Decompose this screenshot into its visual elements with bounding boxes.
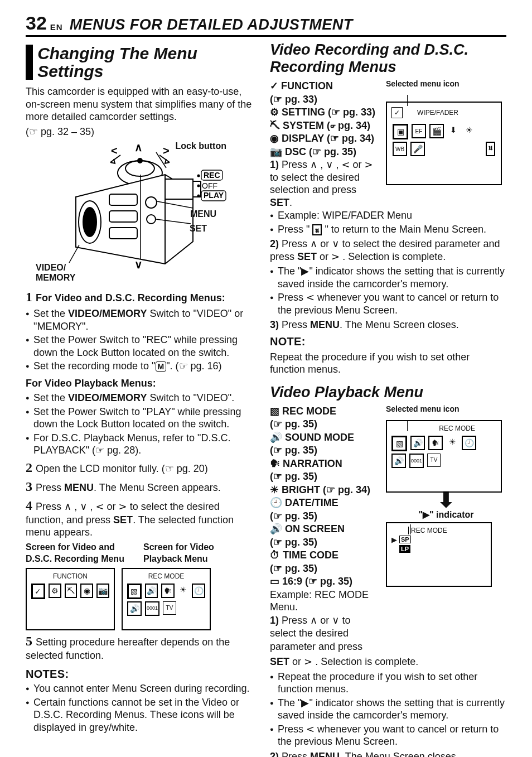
b-example: Example: REC MODE Menu. bbox=[270, 589, 381, 614]
dsc-icon: 📷 bbox=[96, 584, 109, 598]
menu-setting: ⚙ SETTING (☞ pg. 33) bbox=[270, 106, 381, 119]
timecode-icon: 0001 bbox=[409, 454, 424, 468]
function-icon: ✓ bbox=[31, 584, 45, 599]
recmode-icon: ▧ bbox=[127, 584, 142, 599]
menu-rec-mode-ref: (☞ pg. 35) bbox=[270, 418, 381, 431]
svg-point-8 bbox=[83, 208, 96, 237]
svg-rect-9 bbox=[165, 179, 193, 199]
lcd-title: FUNCTION bbox=[30, 572, 110, 580]
sound-icon: 🔊 bbox=[410, 436, 425, 450]
lcd-indicator-title: REC MODE bbox=[408, 527, 486, 534]
step-5: 5Setting procedure hereafter depends on … bbox=[26, 633, 254, 662]
wipe-icon-ef: EF bbox=[412, 124, 426, 138]
playback-menus-title: For Video Playback Menus: bbox=[26, 377, 254, 390]
wipe-icon-1: ▣ bbox=[393, 124, 408, 139]
a-step2: 2) Press ∧ or ∨ to select the desired pa… bbox=[270, 238, 506, 263]
menu-on-screen-ref: (☞ pg. 35) bbox=[270, 536, 381, 549]
selected-icon-label: Selected menu icon bbox=[386, 79, 506, 88]
page-header: 32 EN MENUS FOR DETAILED ADJUSTMENT bbox=[26, 12, 506, 37]
step-1-heading: 1For Video and D.S.C. Recording Menus: bbox=[26, 288, 254, 305]
lcd-title: REC MODE bbox=[126, 572, 206, 580]
svg-point-24 bbox=[197, 185, 200, 187]
svg-text:∨: ∨ bbox=[134, 258, 143, 271]
narration-icon: 🗣 bbox=[428, 436, 443, 450]
svg-point-21 bbox=[197, 175, 200, 177]
svg-text:<: < bbox=[111, 144, 118, 157]
function-icon: ✓ bbox=[391, 107, 403, 118]
svg-text:REC: REC bbox=[204, 171, 220, 180]
lang-code: EN bbox=[50, 22, 63, 34]
intro-text: This camcorder is equipped with an easy-… bbox=[26, 85, 254, 123]
b-indicator-bullet: The "▶" indicator shows the setting that… bbox=[270, 697, 506, 722]
svg-text:>: > bbox=[163, 144, 170, 157]
b-step1-line3: parameter and press bbox=[270, 640, 381, 653]
playback-bullet: For D.S.C. Playback Menus, refer to "D.S… bbox=[26, 432, 254, 457]
lcd-recmode: REC MODE ▧ 🔊 🗣 ☀ 🕘 🔊 0001 bbox=[386, 420, 502, 493]
lp-label: LP bbox=[399, 545, 410, 553]
tv-icon: TV bbox=[163, 601, 176, 615]
svg-line-19 bbox=[69, 245, 79, 263]
triangle-indicator-icon: ▶ bbox=[391, 536, 397, 544]
section-heading-video-playback: Video Playback Menu bbox=[270, 384, 506, 401]
menu-sound-mode-ref: (☞ pg. 35) bbox=[270, 444, 381, 457]
menu-on-screen: 🔊 ON SCREEN bbox=[270, 523, 381, 536]
menu-function: ✓ FUNCTION bbox=[270, 80, 381, 93]
b-cancel-bullet: Press < whenever you want to cancel or r… bbox=[270, 723, 506, 748]
menu-rec-mode: ▧ REC MODE bbox=[270, 405, 381, 418]
datetime-icon: 🕘 bbox=[462, 436, 476, 450]
notes-heading: NOTES: bbox=[26, 667, 254, 681]
video-memory-label: VIDEO/ MEMORY bbox=[36, 263, 75, 283]
sound-icon: 🔊 bbox=[145, 584, 158, 598]
svg-point-0 bbox=[138, 158, 142, 163]
menu-date-time: 🕘 DATE/TIME bbox=[270, 496, 381, 509]
a-indicator-bullet: The "▶" indicator shows the setting that… bbox=[270, 265, 506, 290]
menu-system: ⛏ SYSTEM (☞ pg. 34) bbox=[270, 119, 381, 132]
lcd-indicator: REC MODE ▶ SP LP bbox=[386, 522, 492, 587]
note-bullet: You cannot enter Menu Screen during reco… bbox=[26, 682, 254, 695]
narration-icon: 🗣 bbox=[161, 584, 175, 598]
note-heading: NOTE: bbox=[270, 335, 506, 349]
recmode-icon: ▧ bbox=[391, 436, 407, 451]
wipe-icon-film: 🎬 bbox=[429, 124, 444, 138]
page-number: 32 bbox=[26, 12, 47, 34]
lcd-screen-playback: REC MODE ▧ 🔊 🗣 ☀ 🕘 🔊 0001 TV bbox=[122, 568, 211, 630]
lcd-wipefader: ✓ WIPE/FADER ▣ EF 🎬 ⬇ ☀ WB bbox=[386, 102, 502, 185]
svg-text:PLAY: PLAY bbox=[204, 191, 224, 200]
bright-icon: ☀ bbox=[178, 584, 189, 596]
arrow-down-icon: ⬇ bbox=[386, 493, 506, 507]
note-text: Repeat the procedure if you wish to set … bbox=[270, 351, 506, 376]
wb-icon: WB bbox=[393, 142, 407, 156]
section-heading-changing: Changing The Menu Settings bbox=[26, 45, 254, 80]
screen-caption-left: Screen for Video and D.S.C. Recording Me… bbox=[26, 542, 124, 563]
datetime-icon: 🕘 bbox=[192, 584, 205, 598]
intro-page-ref: (☞ pg. 32 – 35) bbox=[26, 126, 254, 138]
return-icon: 𝖚 bbox=[486, 142, 495, 156]
system-icon: ⛏ bbox=[65, 584, 78, 598]
wipe-icon-sun: ☀ bbox=[463, 124, 475, 136]
step1-bullet: Set the VIDEO/MEMORY Switch to "VIDEO" o… bbox=[26, 307, 254, 332]
section-heading-recording-menus: Video Recording and D.S.C. Recording Men… bbox=[270, 41, 506, 76]
a-step1: 1) Press ∧ , ∨ , < or > to select the de… bbox=[270, 158, 381, 209]
menu-label: MENU bbox=[190, 209, 216, 219]
a-step3: 3) Press MENU. The Menu Screen closes. bbox=[270, 319, 506, 331]
onscreen-icon: 🔊 bbox=[391, 454, 406, 468]
set-label: SET bbox=[190, 224, 207, 234]
menu-16-9: ▭ 16:9 (☞ pg. 35) bbox=[270, 575, 381, 588]
b-step1-line1: 1) Press ∧ or ∨ to bbox=[270, 614, 381, 627]
menu-narration: 🗣 NARRATION bbox=[270, 457, 381, 470]
menu-dsc: 📷 DSC (☞ pg. 35) bbox=[270, 146, 381, 158]
svg-rect-15 bbox=[109, 228, 137, 239]
selected-icon-label: Selected menu icon bbox=[386, 404, 506, 413]
b-step1-line2: select the desired bbox=[270, 627, 381, 640]
menu-bright: ☀ BRIGHT (☞ pg. 34) bbox=[270, 484, 381, 496]
tv-icon: TV bbox=[427, 454, 441, 467]
svg-point-11 bbox=[146, 197, 157, 208]
step-2: 2Open the LCD monitor fully. (☞ pg. 20) bbox=[26, 459, 254, 476]
step1-bullet: Set the Power Switch to "REC" while pres… bbox=[26, 334, 254, 359]
b-step2: 2) Press MENU. The Menu Screen closes. bbox=[270, 750, 506, 758]
timecode-icon: 0001 bbox=[145, 601, 159, 616]
step1-bullet: Set the recording mode to "M". (☞ pg. 16… bbox=[26, 360, 254, 373]
lcd-screen-recording: FUNCTION ✓ ⚙ ⛏ ◉ 📷 bbox=[26, 568, 115, 630]
playback-bullet: Set the Power Switch to "PLAY" while pre… bbox=[26, 406, 254, 431]
svg-rect-10 bbox=[193, 181, 201, 197]
